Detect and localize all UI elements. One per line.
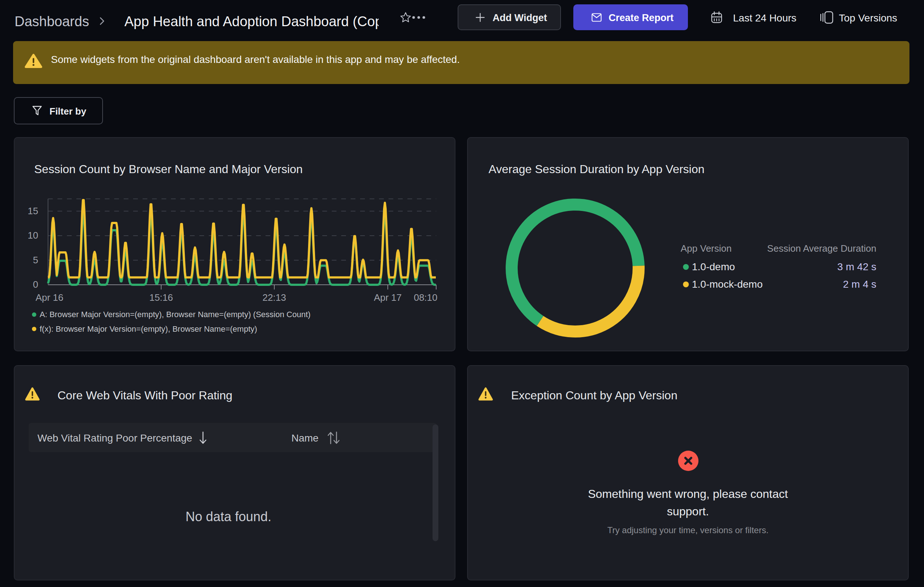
svg-text:A: Browser Major Version=(empt: A: Browser Major Version=(empty), Browse… [40,310,311,319]
svg-text:5: 5 [33,255,38,265]
svg-text:15: 15 [28,206,38,216]
svg-text:15:16: 15:16 [149,292,173,303]
svg-text:10: 10 [28,230,38,241]
svg-text:Apr 16: Apr 16 [36,292,64,303]
svg-text:3 m 42 s: 3 m 42 s [837,261,876,272]
svg-text:08:10: 08:10 [414,292,437,303]
svg-text:0: 0 [33,279,38,290]
svg-text:1.0-demo: 1.0-demo [692,261,735,272]
svg-text:Apr 17: Apr 17 [374,292,402,303]
svg-text:App Version: App Version [681,243,731,254]
svg-text:f(x): Browser Major Version=(e: f(x): Browser Major Version=(empty), Bro… [40,325,257,333]
svg-text:22:13: 22:13 [262,292,286,303]
svg-text:1.0-mock-demo: 1.0-mock-demo [692,279,763,290]
svg-text:Session Average Duration: Session Average Duration [767,243,876,254]
svg-text:2 m 4 s: 2 m 4 s [843,279,876,290]
